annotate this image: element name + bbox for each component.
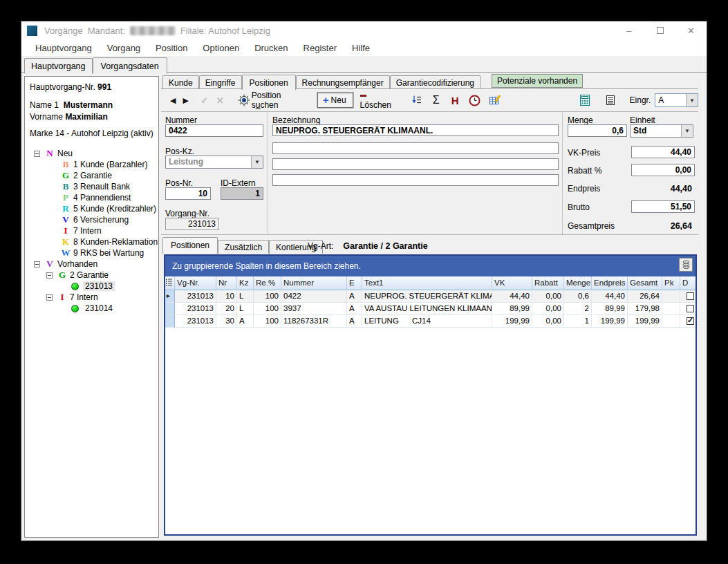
tree-label[interactable]: 9 RKS bei Wartung: [71, 248, 146, 258]
tree-label[interactable]: Neu: [55, 149, 75, 158]
col-header-kz[interactable]: Kz: [237, 276, 254, 290]
tab-hauptvorgang[interactable]: Hauptvorgang: [24, 58, 93, 73]
d-checkbox[interactable]: [687, 292, 694, 300]
menu-hilfe[interactable]: Hilfe: [344, 41, 377, 55]
col-header-rabatt[interactable]: Rabatt: [532, 276, 564, 290]
tree-node-intern-neu[interactable]: I7 Intern: [30, 225, 153, 236]
cell-text1[interactable]: NEUPROG. STEUERGERÄT KLIMAANL.: [362, 290, 492, 303]
cell-vk[interactable]: 199,99: [492, 315, 532, 328]
cell-re[interactable]: 100: [254, 303, 281, 315]
cell-vg-nr[interactable]: 231013: [175, 290, 216, 303]
tree-label[interactable]: 6 Versicherung: [71, 215, 131, 225]
cell-re[interactable]: 100: [254, 290, 281, 303]
col-header-vg-nr[interactable]: Vg-Nr.: [175, 276, 216, 290]
cell-nr[interactable]: 20: [216, 303, 237, 315]
tree-label-selected[interactable]: 231013: [83, 281, 115, 291]
calculator-icon[interactable]: [575, 94, 595, 106]
cell-endpreis[interactable]: 89,99: [592, 303, 628, 315]
potenziale-badge[interactable]: Potenziale vorhanden: [492, 74, 583, 88]
eingr-dropdown[interactable]: A ▼: [655, 93, 698, 107]
cell-vg-nr[interactable]: 231013: [175, 303, 216, 315]
col-header-endpreis[interactable]: Endpreis: [592, 276, 628, 290]
cell-gesamt[interactable]: 26,64: [628, 290, 662, 303]
cell-menge[interactable]: 2: [564, 303, 592, 315]
cell-rabatt[interactable]: 0,00: [532, 303, 564, 315]
einheit-dropdown[interactable]: Std ▼: [630, 124, 693, 138]
menge-input[interactable]: 0,6: [568, 124, 627, 137]
cell-text1[interactable]: VA AUSTAU LEITUNGEN KLIMAANL.: [362, 303, 492, 315]
cell-rabatt[interactable]: 0,00: [532, 315, 564, 328]
d-checkbox[interactable]: [687, 305, 694, 312]
cell-nr[interactable]: 30: [216, 315, 237, 328]
tree-node-neu[interactable]: NNeu: [30, 148, 153, 159]
chevron-down-icon[interactable]: ▼: [686, 94, 698, 106]
tree-node-kunden-reklamation[interactable]: K8 Kunden-Reklamation: [30, 236, 153, 247]
col-header-text1[interactable]: Text1: [362, 276, 492, 290]
tree-node-vorhanden[interactable]: VVorhanden: [30, 258, 153, 270]
col-header-nummer[interactable]: Nummer: [281, 276, 347, 290]
vk-preis-input[interactable]: 44,40: [631, 146, 695, 158]
chevron-down-icon[interactable]: ▼: [681, 125, 693, 137]
cell-d[interactable]: [680, 315, 696, 328]
clock-icon[interactable]: [465, 95, 485, 106]
collapse-icon[interactable]: [34, 151, 40, 157]
cell-gesamt[interactable]: 199,99: [628, 315, 662, 328]
renumber-icon[interactable]: [407, 95, 427, 106]
cell-d[interactable]: [680, 290, 696, 303]
subtab-zusaetzlich[interactable]: Zusätzlich: [218, 240, 269, 254]
cell-nummer[interactable]: 118267331R: [281, 315, 347, 328]
maximize-button[interactable]: [644, 21, 675, 39]
menu-register[interactable]: Register: [296, 41, 344, 55]
nummer-input[interactable]: 0422: [165, 124, 263, 137]
cell-vk[interactable]: 44,40: [492, 290, 532, 303]
collapse-icon[interactable]: [34, 261, 40, 267]
cell-vk[interactable]: 89,99: [492, 303, 532, 315]
bezeichnung-input-2[interactable]: [272, 142, 559, 154]
minimize-button[interactable]: –: [613, 21, 644, 39]
rabatt-input[interactable]: 0,00: [631, 164, 695, 176]
cell-pk[interactable]: [662, 315, 680, 328]
menu-hauptvorgang[interactable]: Hauptvorgang: [28, 41, 100, 55]
tree-node-231014[interactable]: 231014: [30, 303, 153, 314]
cell-menge[interactable]: 0,6: [564, 290, 592, 303]
menu-optionen[interactable]: Optionen: [195, 41, 247, 55]
tree-node-renault-bank[interactable]: B3 Renault Bank: [30, 181, 153, 192]
history-icon[interactable]: H: [446, 95, 465, 106]
cell-e[interactable]: A: [347, 303, 362, 315]
bezeichnung-input-3[interactable]: [272, 158, 559, 170]
tab-kunde[interactable]: Kunde: [162, 75, 199, 89]
select-all-cell[interactable]: [165, 276, 175, 290]
cell-vg-nr[interactable]: 231013: [175, 315, 216, 328]
cell-e[interactable]: A: [347, 290, 362, 303]
tree-label[interactable]: 1 Kunde (Barzahler): [71, 160, 149, 169]
tab-rechnungsempfaenger[interactable]: Rechnungsempfänger: [296, 75, 390, 89]
cell-text1[interactable]: LEITUNG CJ14: [362, 315, 492, 328]
tree-label[interactable]: 4 Pannendienst: [71, 193, 133, 203]
tab-garantiecodifizierung[interactable]: Garantiecodifizierung: [390, 75, 480, 89]
bezeichnung-input-1[interactable]: NEUPROG. STEUERGERÄT KLIMAANL.: [272, 124, 559, 136]
cell-gesamt[interactable]: 179,98: [628, 303, 662, 315]
cell-re[interactable]: 100: [254, 315, 281, 328]
tree-label[interactable]: 2 Garantie: [68, 270, 111, 280]
cell-d[interactable]: [680, 303, 696, 315]
cell-pk[interactable]: [662, 290, 680, 303]
tree-label[interactable]: 3 Renault Bank: [71, 182, 132, 191]
col-header-d[interactable]: D: [680, 276, 696, 290]
tree-node-231013[interactable]: 231013: [30, 281, 153, 292]
tree-label[interactable]: 231014: [83, 303, 115, 313]
tree-label[interactable]: 7 Intern: [68, 292, 100, 302]
next-position-button[interactable]: ▶: [179, 96, 192, 105]
tree-label[interactable]: 8 Kunden-Reklamation: [71, 237, 160, 247]
position-suchen-button[interactable]: Position suchen: [252, 91, 309, 110]
cell-endpreis[interactable]: 44,40: [592, 290, 628, 303]
cell-e[interactable]: A: [347, 315, 362, 328]
neu-button[interactable]: +Neu: [317, 93, 353, 108]
prev-position-button[interactable]: ◀: [167, 96, 179, 105]
cell-kz[interactable]: L: [237, 290, 254, 303]
tree-label[interactable]: 2 Garantie: [71, 171, 114, 180]
loeschen-button[interactable]: Löschen: [360, 91, 399, 110]
d-checkbox[interactable]: [687, 317, 694, 325]
cell-nummer[interactable]: 0422: [281, 290, 347, 303]
tab-positionen[interactable]: Positionen: [242, 75, 296, 90]
tree-node-intern-vorhanden[interactable]: I7 Intern: [30, 292, 153, 303]
